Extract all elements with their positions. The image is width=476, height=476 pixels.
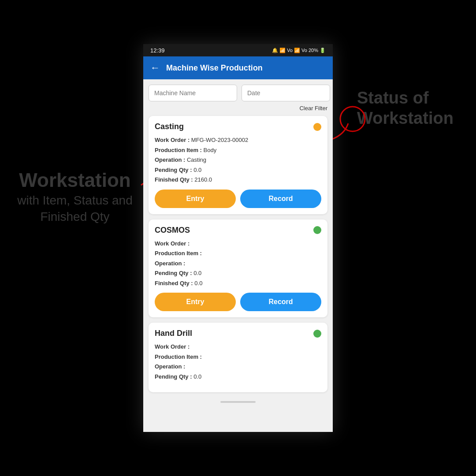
- casting-name: Casting: [155, 122, 184, 131]
- filter-row: [149, 85, 327, 101]
- annotation-status-text: Status of Workstation: [357, 89, 454, 127]
- scroll-bar: [220, 401, 256, 403]
- status-icons: 🔔 📶 Vo 📶 Vo 20% 🔋: [272, 48, 326, 53]
- casting-actions: Entry Record: [155, 190, 321, 208]
- pending-qty-label-3: Pending Qty :: [155, 373, 193, 380]
- cosmos-actions: Entry Record: [155, 293, 321, 311]
- cosmos-finished-qty: Finished Qty : 0.0: [155, 279, 321, 288]
- cosmos-name: COSMOS: [155, 226, 190, 235]
- back-button[interactable]: ←: [150, 62, 160, 74]
- casting-production-item: Production Item : Body: [155, 146, 321, 155]
- casting-finished-qty: Finished Qty : 2160.0: [155, 175, 321, 184]
- clear-filter-button[interactable]: Clear Filter: [299, 105, 327, 112]
- handdrill-pending-qty: Pending Qty : 0.0: [155, 372, 321, 381]
- work-order-label-2: Work Order :: [155, 240, 190, 247]
- annotation-small-text: with Item, Status and Finished Qty: [13, 193, 137, 225]
- workstation-card-casting: Casting Work Order : MFG-WO-2023-00002 P…: [149, 116, 327, 214]
- pending-qty-label-1: Pending Qty :: [155, 167, 193, 173]
- operation-label-3: Operation :: [155, 363, 185, 370]
- cosmos-record-button[interactable]: Record: [240, 293, 321, 311]
- scroll-indicator: [149, 398, 327, 405]
- handdrill-info: Work Order : Production Item : Operation…: [155, 342, 321, 381]
- casting-status-dot: [313, 123, 321, 131]
- handdrill-header: Hand Drill: [155, 329, 321, 338]
- annotation-big-text: Workstation: [13, 167, 137, 193]
- casting-pending-qty: Pending Qty : 0.0: [155, 166, 321, 175]
- casting-operation: Operation : Casting: [155, 156, 321, 164]
- handdrill-production-item: Production Item :: [155, 353, 321, 361]
- casting-finished-qty-value: 2160.0: [194, 176, 212, 183]
- work-order-label: Work Order :: [155, 137, 191, 143]
- handdrill-status-dot: [313, 330, 321, 338]
- operation-label-2: Operation :: [155, 260, 185, 267]
- annotation-status: Status of Workstation: [357, 88, 472, 128]
- handdrill-pending-qty-value: 0.0: [193, 373, 201, 380]
- content-area: Clear Filter Casting Work Order : MFG-WO…: [143, 79, 333, 432]
- cosmos-info: Work Order : Production Item : Operation…: [155, 239, 321, 288]
- status-bar: 12:39 🔔 📶 Vo 📶 Vo 20% 🔋: [143, 44, 333, 56]
- work-order-label-3: Work Order :: [155, 343, 190, 350]
- status-time: 12:39: [150, 47, 165, 54]
- cosmos-pending-qty-value: 0.0: [193, 270, 201, 276]
- casting-pending-qty-value: 0.0: [193, 167, 201, 173]
- operation-label-1: Operation :: [155, 156, 187, 163]
- casting-operation-value: Casting: [187, 156, 206, 163]
- casting-record-button[interactable]: Record: [240, 190, 321, 208]
- cosmos-pending-qty: Pending Qty : 0.0: [155, 269, 321, 278]
- pending-qty-label-2: Pending Qty :: [155, 270, 193, 276]
- annotation-workstation: Workstation with Item, Status and Finish…: [13, 167, 137, 225]
- app-bar: ← Machine Wise Production: [143, 56, 333, 79]
- handdrill-operation: Operation :: [155, 362, 321, 371]
- cosmos-header: COSMOS: [155, 226, 321, 235]
- cosmos-entry-button[interactable]: Entry: [155, 293, 236, 311]
- workstation-card-cosmos: COSMOS Work Order : Production Item : Op…: [149, 219, 327, 318]
- clear-filter-row: Clear Filter: [149, 105, 327, 112]
- finished-qty-label-2: Finished Qty :: [155, 280, 194, 286]
- date-input[interactable]: [242, 85, 330, 101]
- workstation-card-handdrill: Hand Drill Work Order : Production Item …: [149, 323, 327, 392]
- casting-work-order-value: MFG-WO-2023-00002: [191, 137, 248, 143]
- cosmos-production-item: Production Item :: [155, 249, 321, 258]
- handdrill-work-order: Work Order :: [155, 342, 321, 351]
- casting-work-order: Work Order : MFG-WO-2023-00002: [155, 136, 321, 145]
- casting-entry-button[interactable]: Entry: [155, 190, 236, 208]
- casting-info: Work Order : MFG-WO-2023-00002 Productio…: [155, 136, 321, 184]
- production-item-label-2: Production Item :: [155, 250, 202, 257]
- handdrill-name: Hand Drill: [155, 329, 192, 338]
- production-item-label-1: Production Item :: [155, 147, 204, 153]
- production-item-label-3: Production Item :: [155, 353, 202, 360]
- casting-header: Casting: [155, 122, 321, 131]
- cosmos-work-order: Work Order :: [155, 239, 321, 248]
- cosmos-status-dot: [313, 226, 321, 234]
- finished-qty-label-1: Finished Qty :: [155, 176, 194, 183]
- casting-production-item-value: Body: [204, 147, 217, 153]
- app-bar-title: Machine Wise Production: [166, 63, 263, 73]
- cosmos-finished-qty-value: 0.0: [194, 280, 202, 286]
- machine-name-input[interactable]: [149, 85, 237, 101]
- phone-container: 12:39 🔔 📶 Vo 📶 Vo 20% 🔋 ← Machine Wise P…: [143, 44, 333, 432]
- cosmos-operation: Operation :: [155, 259, 321, 268]
